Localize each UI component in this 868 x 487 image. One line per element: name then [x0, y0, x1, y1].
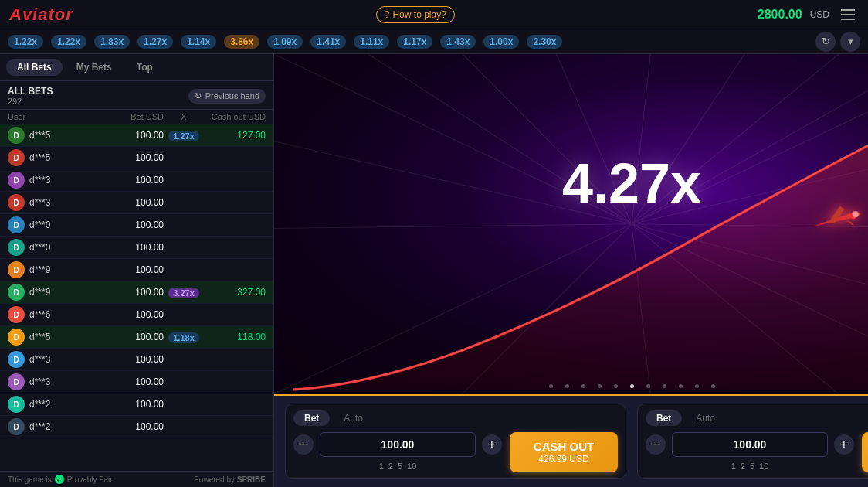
avatar: D	[8, 149, 25, 166]
mult-chip[interactable]: 1.09x	[267, 35, 303, 49]
quick-10-button[interactable]: 10	[407, 461, 416, 471]
balance-area: 2800.00 USD	[758, 4, 859, 26]
dot	[711, 384, 715, 388]
cash-out-1-button[interactable]: CASH OUT 426.99 USD	[510, 432, 618, 472]
bet-panel-2-tab-auto[interactable]: Auto	[685, 410, 726, 426]
mult-chip[interactable]: 1.43x	[440, 35, 476, 49]
multiplier-bar: 1.22x 1.22x 1.83x 1.27x 1.14x 3.86x 1.09…	[0, 29, 868, 54]
refresh-icon: ↻	[195, 91, 202, 101]
avatar: D	[8, 351, 25, 368]
table-row: Dd***9100.003.27x327.00	[0, 281, 273, 304]
game-canvas: 4.27x	[274, 54, 868, 394]
bet-panel-1: Bet Auto − + 1 2 5 10	[285, 404, 626, 479]
quick2-2-button[interactable]: 2	[741, 461, 745, 471]
bets-columns-header: User Bet USD X Cash out USD	[0, 110, 273, 124]
table-row: Dd***3100.00	[0, 192, 273, 214]
logo-text: Aviator	[9, 5, 73, 25]
footer-bar: This game is ✓ Provably Fair Powered by …	[0, 471, 273, 487]
bet-panel-2-tab-bet[interactable]: Bet	[646, 410, 682, 426]
quick-amounts-2: 1 2 5 10	[646, 461, 854, 471]
bet-user: d***9	[29, 287, 110, 298]
bet-amount: 100.00	[110, 264, 164, 275]
tab-my-bets[interactable]: My Bets	[66, 59, 123, 76]
cash-out-2-button[interactable]: CASH OUT 426.99 USD	[862, 432, 868, 472]
table-row: Dd***3100.00	[0, 169, 273, 192]
quick-1-button[interactable]: 1	[379, 461, 384, 471]
tab-top[interactable]: Top	[126, 59, 164, 76]
table-row: Dd***5100.001.18x118.00	[0, 326, 273, 349]
mult-chip[interactable]: 1.41x	[310, 35, 346, 49]
increase-bet-2-button[interactable]: +	[834, 434, 854, 455]
dot	[581, 384, 585, 388]
balance-currency: USD	[810, 9, 829, 20]
avatar: D	[8, 396, 25, 413]
bet-cashout: 118.00	[204, 332, 266, 342]
provider-info: Powered by SPRIBE	[194, 475, 266, 484]
tab-all-bets[interactable]: All Bets	[6, 59, 63, 76]
dot	[614, 384, 618, 388]
topbar: Aviator ? How to play? 2800.00 USD	[0, 0, 868, 29]
bet-user: d***3	[29, 376, 110, 387]
right-area: 4.27x	[274, 54, 868, 487]
avatar: D	[8, 261, 25, 278]
mult-chip[interactable]: 1.27x	[137, 35, 173, 49]
mult-chip[interactable]: 1.11x	[354, 35, 389, 49]
bet-amount: 100.00	[110, 399, 164, 410]
mult-chip[interactable]: 1.00x	[483, 35, 519, 49]
avatar: D	[8, 373, 25, 390]
bet-panel-1-tabs: Bet Auto	[293, 410, 618, 426]
table-row: Dd***5100.001.27x127.00	[0, 124, 273, 147]
bet-panel-2: Bet Auto − + 1 2 5 10	[637, 404, 868, 479]
quick-2-button[interactable]: 2	[388, 461, 393, 471]
bet-user: d***3	[29, 197, 110, 208]
mult-chip[interactable]: 3.86x	[224, 35, 259, 49]
bottom-dots	[274, 384, 868, 388]
bet-panel-1-tab-auto[interactable]: Auto	[333, 410, 374, 426]
mult-chip[interactable]: 1.22x	[8, 35, 43, 49]
bet-amount: 100.00	[110, 152, 164, 163]
table-row: Dd***2100.00	[0, 416, 273, 438]
mult-chip[interactable]: 1.83x	[94, 35, 130, 49]
quick2-10-button[interactable]: 10	[759, 461, 768, 471]
quick2-1-button[interactable]: 1	[731, 461, 736, 471]
mult-chip[interactable]: 1.14x	[181, 35, 216, 49]
previous-hand-button[interactable]: ↻ Previous hand	[188, 89, 266, 104]
bet-panel-1-tab-bet[interactable]: Bet	[293, 410, 330, 426]
decrease-bet-2-button[interactable]: −	[646, 434, 666, 455]
table-row: Dd***6100.00	[0, 304, 273, 326]
col-x-header: X	[164, 112, 204, 121]
col-bet-header: Bet USD	[110, 112, 164, 121]
bet-user: d***2	[29, 399, 110, 410]
bet-amount: 100.00	[110, 130, 164, 141]
bets-title: ALL BETS	[8, 86, 53, 97]
dot	[646, 384, 650, 388]
decrease-bet-1-button[interactable]: −	[293, 434, 314, 455]
bet-user: d***5	[29, 130, 110, 141]
history-refresh-button[interactable]: ↻	[815, 32, 836, 52]
bet-user: d***2	[29, 421, 110, 432]
bet-input-row-2: − +	[646, 432, 854, 457]
quick-5-button[interactable]: 5	[398, 461, 402, 471]
menu-button[interactable]	[837, 4, 859, 26]
bet-input-row-1: − +	[293, 432, 502, 457]
history-dropdown-button[interactable]: ▾	[840, 32, 860, 52]
col-user-header: User	[8, 112, 110, 121]
mult-chip[interactable]: 2.30x	[527, 35, 562, 49]
dot	[565, 384, 569, 388]
svg-marker-21	[846, 219, 856, 228]
bet-user: d***0	[29, 242, 110, 253]
quick2-5-button[interactable]: 5	[750, 461, 754, 471]
dot	[679, 384, 683, 388]
increase-bet-1-button[interactable]: +	[482, 434, 502, 455]
bet-amount-1-input[interactable]	[320, 432, 476, 457]
mult-chip[interactable]: 1.22x	[51, 35, 86, 49]
table-row: Dd***2100.00	[0, 393, 273, 416]
bet-amount-2-input[interactable]	[672, 432, 828, 457]
mult-chip[interactable]: 1.17x	[397, 35, 432, 49]
dot	[663, 384, 666, 388]
left-panel: All Bets My Bets Top ALL BETS 292 ↻ Prev…	[0, 54, 274, 487]
main-layout: All Bets My Bets Top ALL BETS 292 ↻ Prev…	[0, 54, 868, 487]
how-to-play-button[interactable]: ? How to play?	[376, 6, 455, 23]
svg-marker-20	[825, 205, 846, 223]
bet-amount: 100.00	[110, 309, 164, 320]
